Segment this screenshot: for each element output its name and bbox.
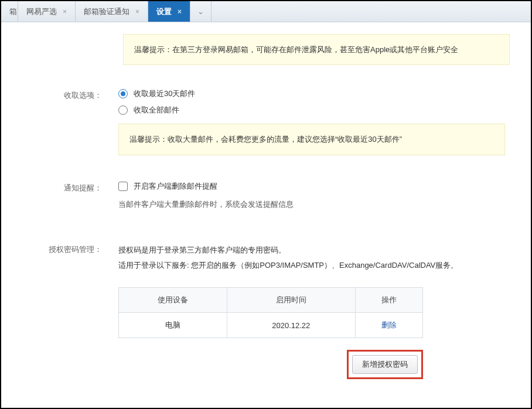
tab-label: 网易严选	[26, 6, 57, 17]
tip-third-party-login: 温馨提示：在第三方登录网易邮箱，可能存在邮件泄露风险，甚至危害Apple或其他平…	[123, 34, 510, 65]
radio-label: 收取最近30天邮件	[134, 88, 195, 99]
table-row: 电脑 2020.12.22 删除	[119, 313, 423, 338]
close-icon[interactable]: ×	[63, 8, 67, 16]
highlight-frame: 新增授权密码	[347, 350, 423, 379]
auth-desc-line1: 授权码是用于登录第三方邮件客户端的专用密码。	[118, 243, 514, 258]
radio-icon	[118, 105, 128, 115]
row-receive-options: 收取选项： 收取最近30天邮件 收取全部邮件 温馨提示：收取大量邮件，会耗费您更…	[1, 88, 531, 155]
notify-hint: 当邮件客户端大量删除邮件时，系统会发送提醒信息	[118, 197, 514, 211]
tip-receive: 温馨提示：收取大量邮件，会耗费您更多的流量，建议您选择“收取最近30天邮件”	[118, 124, 505, 155]
radio-last-30-days[interactable]: 收取最近30天邮件	[118, 88, 514, 99]
label-receive: 收取选项：	[1, 88, 118, 155]
tab-yanxuan[interactable]: 网易严选 ×	[18, 1, 76, 22]
tab-settings[interactable]: 设置 ×	[148, 1, 190, 22]
radio-all-mail[interactable]: 收取全部邮件	[118, 105, 514, 115]
col-enabled-time: 启用时间	[227, 288, 355, 313]
chevron-down-icon: ⌄	[197, 7, 204, 16]
radio-icon	[118, 89, 128, 98]
label-auth: 授权密码管理：	[1, 243, 118, 379]
label-notify: 通知提醒：	[1, 181, 118, 211]
cell-device: 电脑	[119, 313, 227, 338]
tab-verify-notice[interactable]: 邮箱验证通知 ×	[76, 1, 148, 22]
checkbox-icon	[118, 182, 128, 191]
tab-label: 邮箱验证通知	[84, 6, 129, 17]
content-area: 温馨提示：在第三方登录网易邮箱，可能存在邮件泄露风险，甚至危害Apple或其他平…	[1, 22, 531, 405]
col-device: 使用设备	[119, 288, 227, 313]
close-icon[interactable]: ×	[135, 8, 139, 16]
checkbox-delete-reminder[interactable]: 开启客户端删除邮件提醒	[118, 181, 514, 192]
tip-text: 温馨提示：在第三方登录网易邮箱，可能存在邮件泄露风险，甚至危害Apple或其他平…	[134, 45, 458, 54]
auth-desc-line2: 适用于登录以下服务: 您开启的服务（例如POP3/IMAP/SMTP）、Exch…	[118, 258, 514, 273]
col-action: 操作	[356, 288, 423, 313]
close-icon[interactable]: ×	[178, 8, 182, 16]
button-area: 新增授权密码	[118, 350, 423, 379]
radio-label: 收取全部邮件	[134, 105, 179, 115]
auth-table: 使用设备 启用时间 操作 电脑 2020.12.22 删除	[118, 287, 423, 338]
tip-text: 温馨提示：收取大量邮件，会耗费您更多的流量，建议您选择“收取最近30天邮件”	[129, 135, 402, 144]
tab-label: 设置	[156, 6, 172, 17]
tab-label: 箱	[9, 6, 17, 17]
tab-bar: 箱 网易严选 × 邮箱验证通知 × 设置 × ⌄	[1, 1, 531, 22]
add-auth-password-button[interactable]: 新增授权密码	[352, 355, 418, 374]
row-notify: 通知提醒： 开启客户端删除邮件提醒 当邮件客户端大量删除邮件时，系统会发送提醒信…	[1, 181, 531, 211]
row-auth-manage: 授权密码管理： 授权码是用于登录第三方邮件客户端的专用密码。 适用于登录以下服务…	[1, 243, 531, 379]
cell-time: 2020.12.22	[227, 313, 355, 338]
tab-dropdown[interactable]: ⌄	[190, 1, 212, 22]
checkbox-label: 开启客户端删除邮件提醒	[134, 181, 217, 192]
delete-link[interactable]: 删除	[381, 321, 397, 329]
tab-inbox[interactable]: 箱	[1, 1, 18, 22]
